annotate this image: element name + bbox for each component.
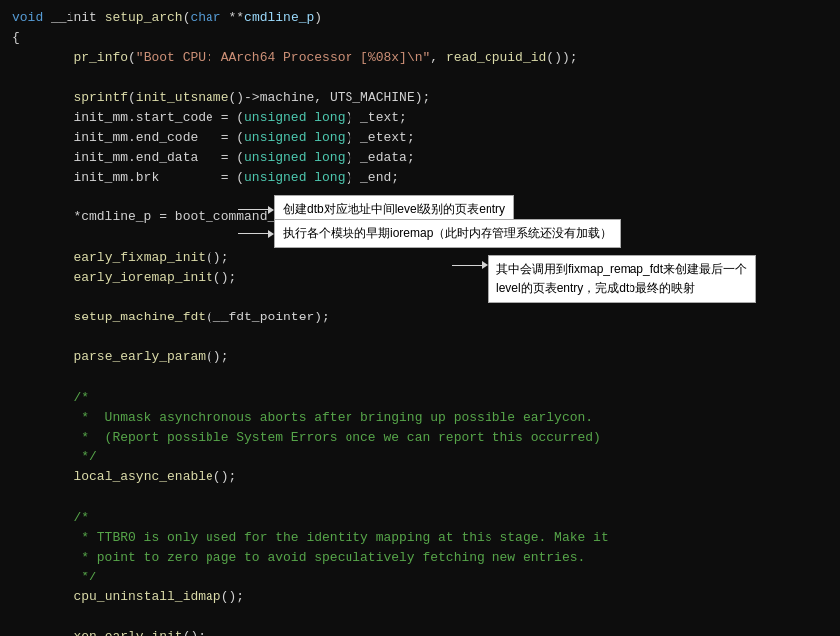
code-token (12, 390, 73, 405)
code-token: (); (206, 250, 228, 265)
code-token (12, 270, 73, 285)
code-line: init_mm.end_data = (unsigned long) _edat… (12, 148, 828, 168)
code-token: sprintf (73, 90, 128, 105)
code-line: */ (12, 447, 828, 467)
code-line (12, 487, 828, 507)
code-line: pr_info("Boot CPU: AArch64 Processor [%0… (12, 48, 828, 67)
code-token: setup_machine_fdt (73, 310, 206, 324)
code-token: * point to zero page to avoid speculativ… (12, 550, 585, 565)
code-line: cpu_uninstall_idmap(); (12, 587, 828, 607)
code-token: init_mm.start_code = ( (12, 110, 244, 125)
code-token (12, 349, 73, 364)
code-token: read_cpuid_id (446, 50, 546, 64)
code-token: ( (128, 50, 136, 64)
code-token: ** (221, 10, 244, 25)
code-token: cmdline_p (244, 10, 314, 25)
code-token (12, 90, 73, 105)
code-token: * Unmask asynchronous aborts after bring… (12, 410, 593, 425)
code-token (12, 469, 73, 484)
tooltip-2-box: 执行各个模块的早期ioremap（此时内存管理系统还没有加载） (274, 219, 621, 248)
code-token: ) _etext; (345, 130, 414, 145)
code-token: unsigned long (244, 110, 345, 125)
code-line: sprintf(init_utsname()->machine, UTS_MAC… (12, 88, 828, 108)
code-line: /* (12, 388, 828, 408)
code-token: unsigned long (244, 130, 345, 145)
code-token: early_ioremap_init (73, 270, 212, 285)
code-line: * point to zero page to avoid speculativ… (12, 548, 828, 568)
code-line: setup_machine_fdt(__fdt_pointer); (12, 308, 828, 327)
tooltip-3: 其中会调用到fixmap_remap_fdt来创建最后一个level的页表ent… (452, 253, 756, 303)
code-token: ) _end; (345, 170, 399, 185)
code-token: * TTBR0 is only used for the identity ma… (12, 530, 609, 545)
code-token: ( (128, 90, 136, 105)
code-token: ()); (546, 50, 577, 64)
code-token: init_mm.end_code = ( (12, 130, 244, 145)
code-token: setup_arch (105, 10, 183, 25)
code-line: { (12, 28, 828, 48)
code-token: "Boot CPU: AArch64 Processor [%08x]\n" (136, 50, 430, 64)
code-line (12, 327, 828, 347)
code-content: void __init setup_arch(char **cmdline_p)… (12, 8, 828, 636)
code-line: * (Report possible System Errors once we… (12, 428, 828, 447)
code-token: cpu_uninstall_idmap (73, 589, 220, 604)
code-token: */ (12, 449, 97, 464)
tooltip-3-arrow (452, 261, 488, 269)
code-token: , (430, 50, 446, 64)
code-token (12, 589, 73, 604)
code-token: */ (12, 570, 97, 584)
code-token: early_fixmap_init (73, 250, 206, 265)
tooltip-2-arrow (238, 230, 274, 238)
code-token (12, 50, 73, 64)
code-token: parse_early_param (73, 349, 206, 364)
code-token: unsigned long (244, 150, 345, 165)
code-token: (); (221, 589, 244, 604)
code-token: (); (213, 270, 236, 285)
code-line: init_mm.brk = (unsigned long) _end; (12, 168, 828, 188)
code-token: (__fdt_pointer); (206, 310, 330, 324)
code-token: (); (213, 469, 236, 484)
code-line: parse_early_param(); (12, 347, 828, 367)
code-line: * Unmask asynchronous aborts after bring… (12, 408, 828, 428)
code-line: init_mm.start_code = (unsigned long) _te… (12, 108, 828, 128)
code-line (12, 607, 828, 627)
code-line (12, 368, 828, 388)
code-token: local_async_enable (73, 469, 212, 484)
code-token: init_mm.brk = ( (12, 170, 244, 185)
code-editor: void __init setup_arch(char **cmdline_p)… (0, 0, 840, 636)
code-token: init_utsname (136, 90, 229, 105)
code-token: unsigned long (244, 170, 345, 185)
tooltip-3-box: 其中会调用到fixmap_remap_fdt来创建最后一个level的页表ent… (488, 255, 756, 303)
code-line: init_mm.end_code = (unsigned long) _etex… (12, 128, 828, 148)
code-line: /* (12, 508, 828, 528)
code-token: pr_info (73, 50, 128, 64)
code-token (12, 629, 73, 636)
code-token: ) _edata; (345, 150, 414, 165)
code-line: xen_early_init(); (12, 627, 828, 636)
code-token: __init (43, 10, 104, 25)
code-token (12, 250, 73, 265)
code-token: /* (73, 510, 89, 525)
tooltip-1-arrow (238, 206, 274, 214)
code-token (12, 510, 73, 525)
code-token: /* (73, 390, 89, 405)
code-token: * (Report possible System Errors once we… (12, 430, 601, 445)
code-token (12, 310, 73, 324)
code-token: xen_early_init (73, 629, 182, 636)
tooltip-2: 执行各个模块的早期ioremap（此时内存管理系统还没有加载） (238, 219, 621, 248)
code-token: void (12, 10, 43, 25)
code-token: (); (183, 629, 206, 636)
code-token: (); (206, 349, 228, 364)
code-line (12, 67, 828, 87)
code-token: init_mm.end_data = ( (12, 150, 244, 165)
code-token: ()->machine, UTS_MACHINE); (228, 90, 430, 105)
code-line: local_async_enable(); (12, 467, 828, 487)
code-token: { (12, 30, 20, 45)
code-token: char (190, 10, 220, 25)
code-line: */ (12, 568, 828, 587)
code-line: * TTBR0 is only used for the identity ma… (12, 528, 828, 548)
code-token: ) _text; (345, 110, 406, 125)
code-line: void __init setup_arch(char **cmdline_p) (12, 8, 828, 28)
code-token: ) (314, 10, 322, 25)
